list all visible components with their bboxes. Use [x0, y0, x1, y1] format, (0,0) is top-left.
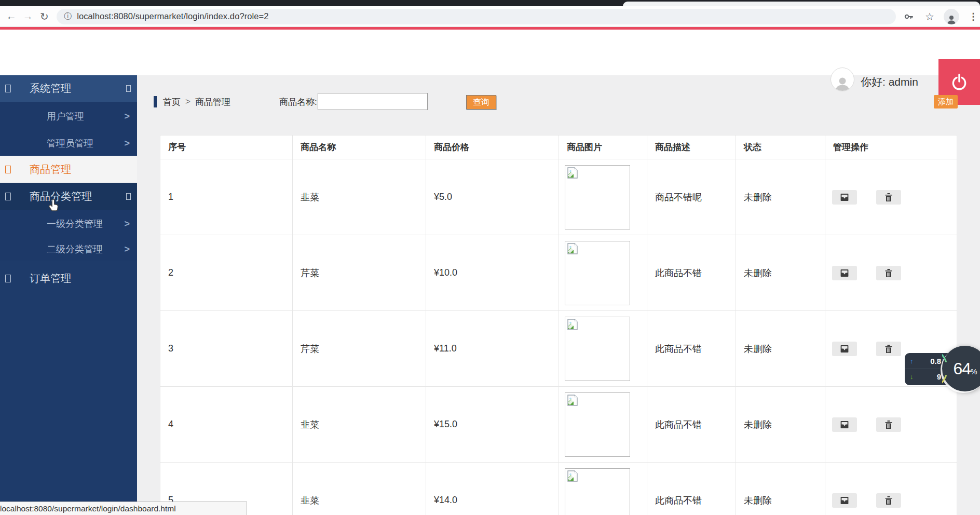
progress-arc — [942, 346, 980, 391]
cell-desc: 此商品不错 — [647, 387, 736, 463]
broken-image-icon — [567, 243, 578, 254]
delete-button[interactable] — [876, 266, 901, 280]
back-icon[interactable]: ← — [3, 8, 20, 25]
url-text[interactable]: localhost:8080/supermarket/login/index.d… — [77, 11, 268, 21]
avatar[interactable] — [831, 67, 854, 91]
edit-button[interactable] — [832, 493, 857, 508]
inbox-icon — [840, 496, 849, 505]
star-icon[interactable]: ☆ — [923, 10, 936, 23]
missing-glyph-icon — [5, 275, 11, 282]
edit-button[interactable] — [832, 342, 857, 356]
memory-percent-badge[interactable]: 64% — [942, 346, 980, 391]
cell-desc: 商品不错呢 — [647, 159, 736, 235]
sidebar-item-label: 订单管理 — [30, 272, 71, 286]
sidebar-item-level1-mgmt[interactable]: 一级分类管理 > — [0, 210, 137, 238]
edit-button[interactable] — [832, 266, 857, 280]
sidebar-item-level2-mgmt[interactable]: 二级分类管理 > — [0, 238, 137, 261]
add-button[interactable]: 添加 — [934, 95, 958, 109]
cell-id: 2 — [160, 235, 293, 311]
search-input[interactable] — [318, 93, 428, 110]
products-table: 序号 商品名称 商品价格 商品图片 商品描述 状态 管理操作 1 韭菜 ¥5.0 — [160, 135, 957, 515]
net-speed-widget[interactable]: ↑ 0.8 K/s ↓ 9 K/s 64% — [905, 346, 980, 392]
table-row: 1 韭菜 ¥5.0 — [160, 159, 957, 235]
upload-speed: 0.8 — [918, 357, 941, 365]
cell-image — [559, 159, 647, 235]
sidebar-item-product-mgmt[interactable]: 商品管理 — [0, 156, 137, 183]
cell-image — [559, 311, 647, 387]
up-arrow-icon: ↑ — [910, 357, 918, 365]
trash-icon — [884, 193, 893, 202]
cell-id: 3 — [160, 311, 293, 387]
browser-toolbar: ← → ↻ ⓘ localhost:8080/supermarket/login… — [0, 6, 980, 27]
product-image-placeholder — [565, 392, 630, 457]
cell-name: 韭菜 — [293, 159, 426, 235]
edit-button[interactable] — [832, 190, 857, 205]
profile-icon[interactable] — [944, 9, 959, 24]
cell-actions — [825, 463, 957, 515]
forward-icon[interactable]: → — [20, 8, 36, 25]
sidebar-item-label: 二级分类管理 — [47, 243, 103, 255]
sidebar-item-label: 商品管理 — [30, 162, 71, 177]
broken-image-icon — [567, 395, 578, 406]
sidebar-item-category-mgmt[interactable]: 商品分类管理 — [0, 183, 137, 210]
inbox-icon — [840, 193, 849, 202]
missing-glyph-icon — [126, 85, 131, 92]
missing-glyph-icon — [5, 166, 11, 173]
sidebar-item-admin-mgmt[interactable]: 管理员管理 > — [0, 131, 137, 156]
delete-button[interactable] — [876, 342, 901, 356]
cell-price: ¥11.0 — [426, 311, 559, 387]
cell-status: 未删除 — [736, 311, 825, 387]
product-image-placeholder — [565, 317, 630, 381]
table-row: 4 韭菜 ¥15.0 — [160, 387, 957, 463]
col-header-status: 状态 — [736, 135, 825, 159]
application-window: ← → ↻ ⓘ localhost:8080/supermarket/login… — [0, 0, 980, 515]
key-icon[interactable] — [902, 10, 916, 23]
chevron-right-icon: > — [124, 138, 130, 149]
sidebar-item-label: 用户管理 — [47, 110, 84, 123]
cell-price: ¥15.0 — [426, 387, 559, 463]
greeting-text: 你好: admin — [861, 59, 918, 105]
window-title-strip — [0, 0, 980, 6]
col-header-actions: 管理操作 — [825, 135, 957, 159]
inbox-icon — [840, 268, 849, 278]
delete-button[interactable] — [876, 190, 901, 205]
sidebar-item-order-mgmt[interactable]: 订单管理 — [0, 265, 137, 292]
table-row: 2 芹菜 ¥10.0 — [160, 235, 957, 311]
cell-actions — [825, 387, 957, 463]
cell-id: 1 — [160, 159, 293, 235]
cell-status: 未删除 — [736, 387, 825, 463]
breadcrumb-marker — [154, 96, 157, 107]
menu-icon[interactable]: ⋮ — [967, 10, 980, 23]
sidebar-item-system-mgmt[interactable]: 系统管理 — [0, 75, 137, 102]
status-bar: localhost:8080/supermarket/login/dashboa… — [0, 502, 247, 515]
sidebar-item-user-mgmt[interactable]: 用户管理 > — [0, 102, 137, 131]
trash-icon — [884, 268, 893, 278]
cell-name: 芹菜 — [293, 235, 426, 311]
product-image-placeholder — [565, 468, 630, 515]
inbox-icon — [840, 344, 849, 354]
cell-name: 韭菜 — [293, 387, 426, 463]
product-image-placeholder — [565, 241, 630, 305]
cell-image — [559, 463, 647, 515]
chevron-right-icon: > — [124, 244, 130, 255]
delete-button[interactable] — [876, 493, 901, 508]
col-header-image: 商品图片 — [559, 135, 647, 159]
sidebar-item-label: 商品分类管理 — [30, 189, 92, 204]
breadcrumb-home-link[interactable]: 首页 — [163, 96, 181, 108]
table-row: 5 韭菜 ¥14.0 — [160, 463, 957, 515]
sidebar: 系统管理 用户管理 > 管理员管理 > 商品管理 商品分类管理 一级分类管理 >… — [0, 75, 137, 515]
delete-button[interactable] — [876, 417, 901, 432]
table-row: 3 芹菜 ¥11.0 — [160, 311, 957, 387]
address-bar[interactable]: ⓘ localhost:8080/supermarket/login/index… — [57, 9, 896, 24]
query-button[interactable]: 查询 — [466, 95, 496, 110]
inbox-icon — [840, 420, 849, 429]
cell-desc: 此商品不错 — [647, 311, 736, 387]
edit-button[interactable] — [832, 417, 857, 432]
cell-price: ¥14.0 — [426, 463, 559, 515]
trash-icon — [884, 344, 893, 354]
breadcrumb-current: 商品管理 — [195, 96, 230, 108]
reload-icon[interactable]: ↻ — [36, 8, 52, 25]
browser-tab[interactable] — [623, 2, 980, 6]
info-icon[interactable]: ⓘ — [64, 11, 72, 21]
down-arrow-icon: ↓ — [910, 373, 918, 381]
